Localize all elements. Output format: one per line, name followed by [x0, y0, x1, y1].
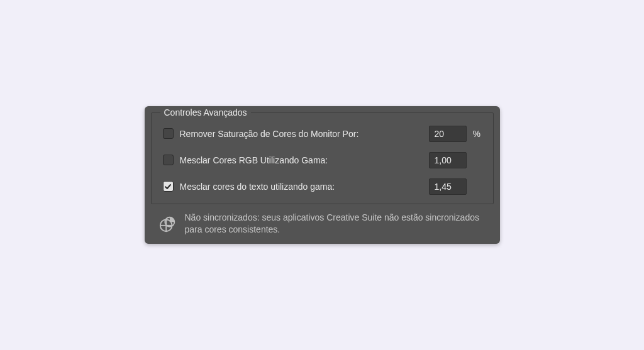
fieldset-legend: Controles Avançados: [160, 107, 251, 118]
label-blend-rgb: Mesclar Cores RGB Utilizando Gama:: [180, 155, 429, 165]
advanced-controls-panel: Controles Avançados Remover Saturação de…: [145, 106, 500, 244]
checkbox-blend-rgb[interactable]: [163, 155, 174, 165]
sync-status-note: Não sincronizados: seus aplicativos Crea…: [151, 204, 494, 238]
check-icon: [164, 183, 172, 190]
advanced-controls-fieldset: Controles Avançados Remover Saturação de…: [151, 112, 494, 204]
checkbox-blend-text[interactable]: [163, 181, 174, 192]
checkbox-desaturate-monitor[interactable]: [163, 128, 174, 139]
row-blend-text: Mesclar cores do texto utilizando gama:: [163, 178, 482, 195]
input-desaturate-value[interactable]: [429, 126, 467, 142]
label-blend-text: Mesclar cores do texto utilizando gama:: [180, 182, 429, 192]
row-desaturate-monitor: Remover Saturação de Cores do Monitor Po…: [163, 126, 482, 142]
input-blend-text-value[interactable]: [429, 178, 467, 195]
sync-status-icon: [158, 214, 177, 233]
input-blend-rgb-value[interactable]: [429, 152, 467, 168]
row-blend-rgb: Mesclar Cores RGB Utilizando Gama:: [163, 152, 482, 168]
label-desaturate-monitor: Remover Saturação de Cores do Monitor Po…: [180, 129, 429, 139]
sync-status-text: Não sincronizados: seus aplicativos Crea…: [185, 212, 486, 236]
suffix-percent: %: [473, 129, 482, 139]
